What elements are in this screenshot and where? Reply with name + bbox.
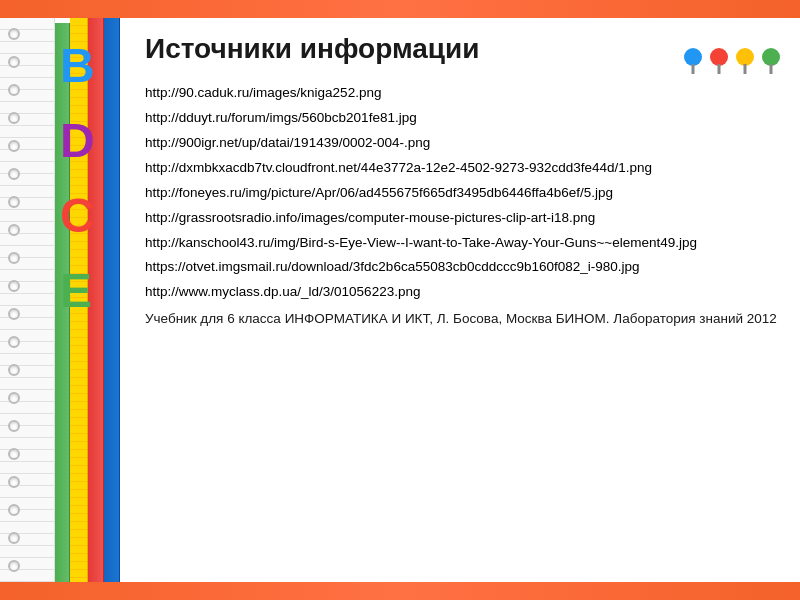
spiral-hole bbox=[8, 252, 20, 264]
link-item[interactable]: http://grassrootsradio.info/images/compu… bbox=[145, 208, 780, 229]
top-bar bbox=[0, 0, 800, 18]
link-item[interactable]: http://90.caduk.ru/images/kniga252.png bbox=[145, 83, 780, 104]
letter-e: E bbox=[60, 263, 95, 318]
notebook-pages bbox=[0, 18, 55, 582]
spiral-hole bbox=[8, 448, 20, 460]
book-spine-blue bbox=[104, 18, 120, 582]
pin-yellow bbox=[736, 48, 754, 66]
spiral-hole bbox=[8, 476, 20, 488]
link-item[interactable]: http://dduyt.ru/forum/imgs/560bcb201fe81… bbox=[145, 108, 780, 129]
pin-green bbox=[762, 48, 780, 66]
alphabet-letters: B D C E bbox=[60, 38, 95, 318]
spiral-hole bbox=[8, 140, 20, 152]
spiral-hole bbox=[8, 28, 20, 40]
letter-b: B bbox=[60, 38, 95, 93]
spiral-hole bbox=[8, 196, 20, 208]
link-item[interactable]: http://foneyes.ru/img/picture/Apr/06/ad4… bbox=[145, 183, 780, 204]
main-content: Источники информации http://90.caduk.ru/… bbox=[130, 18, 800, 582]
spiral-hole bbox=[8, 364, 20, 376]
spiral-hole bbox=[8, 224, 20, 236]
link-item[interactable]: https://otvet.imgsmail.ru/download/3fdc2… bbox=[145, 257, 780, 278]
pin-decorations bbox=[684, 48, 780, 66]
spiral-hole bbox=[8, 392, 20, 404]
spiral-hole bbox=[8, 336, 20, 348]
spiral-holes bbox=[8, 28, 20, 582]
final-text: Учебник для 6 класса ИНФОРМАТИКА И ИКТ, … bbox=[145, 309, 780, 329]
link-item[interactable]: http://900igr.net/up/datai/191439/0002-0… bbox=[145, 133, 780, 154]
spiral-hole bbox=[8, 420, 20, 432]
pin-red bbox=[710, 48, 728, 66]
left-decoration: B D C E bbox=[0, 18, 130, 582]
spiral-hole bbox=[8, 532, 20, 544]
spiral-hole bbox=[8, 280, 20, 292]
link-item[interactable]: http://dxmbkxacdb7tv.cloudfront.net/44e3… bbox=[145, 158, 780, 179]
bottom-bar bbox=[0, 582, 800, 600]
spiral-hole bbox=[8, 168, 20, 180]
spiral-hole bbox=[8, 560, 20, 572]
pin-blue bbox=[684, 48, 702, 66]
spiral-hole bbox=[8, 56, 20, 68]
letter-c: C bbox=[60, 188, 95, 243]
spiral-hole bbox=[8, 308, 20, 320]
links-list: http://90.caduk.ru/images/kniga252.png h… bbox=[145, 83, 780, 330]
link-item[interactable]: http://kanschool43.ru/img/Bird-s-Eye-Vie… bbox=[145, 233, 780, 254]
spiral-hole bbox=[8, 84, 20, 96]
letter-d: D bbox=[60, 113, 95, 168]
spiral-hole bbox=[8, 112, 20, 124]
link-item[interactable]: http://www.myclass.dp.ua/_ld/3/01056223.… bbox=[145, 282, 780, 303]
spiral-hole bbox=[8, 504, 20, 516]
